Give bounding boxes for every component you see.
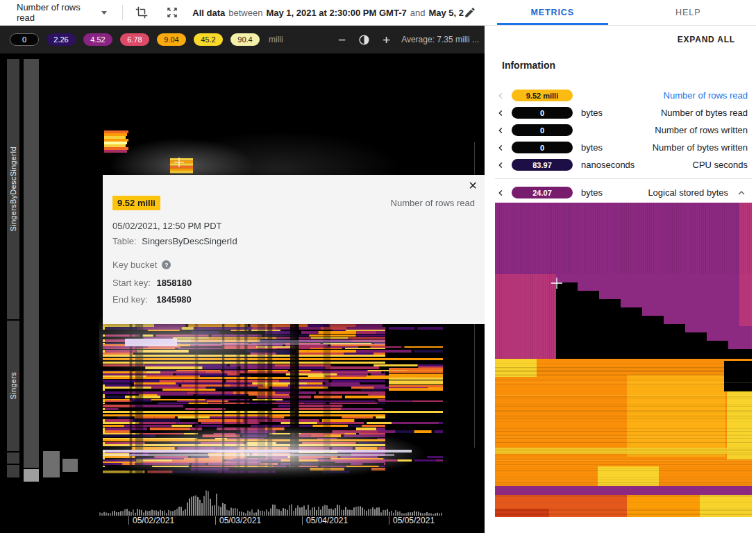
toolbar-divider bbox=[122, 5, 123, 20]
chevron-left-icon[interactable] bbox=[495, 187, 506, 198]
tab-help[interactable]: HELP bbox=[621, 0, 756, 25]
date-tick bbox=[389, 516, 389, 525]
metric-thumbnail-heatmap[interactable] bbox=[495, 203, 752, 517]
legend-swatch: 6.78 bbox=[120, 33, 149, 46]
metric-dropdown[interactable]: Number of rows read bbox=[17, 2, 107, 23]
metric-unit: bytes bbox=[581, 142, 603, 153]
metric-row-logical-stored-bytes[interactable]: 24.07 bytes Logical stored bytes bbox=[495, 184, 748, 201]
table-label-vertical: SingersByDescSingerId bbox=[9, 146, 17, 231]
chevron-left-icon[interactable] bbox=[495, 108, 506, 119]
key-bucket-bar[interactable] bbox=[24, 59, 39, 468]
top-toolbar: Number of rows read All data between May… bbox=[0, 0, 756, 26]
chevron-left-icon[interactable] bbox=[495, 90, 506, 101]
metric-value-badge: 24.07 bbox=[512, 187, 573, 198]
dropdown-caret-icon bbox=[101, 11, 107, 15]
date-label: 05/04/2021 bbox=[306, 516, 348, 525]
metric-dropdown-label: Number of rows read bbox=[17, 2, 96, 23]
chevron-left-icon[interactable] bbox=[495, 142, 506, 153]
panel-tabs: METRICS HELP bbox=[485, 0, 756, 25]
toolbar-left: Number of rows read All data between May… bbox=[0, 0, 485, 25]
tooltip-value-badge: 9.52 milli bbox=[112, 196, 160, 210]
information-heading: Information bbox=[502, 60, 555, 71]
chevron-left-icon[interactable] bbox=[495, 160, 506, 171]
end-key-label: End key: bbox=[112, 294, 148, 305]
heatmap-region: 0 2.26 4.52 6.78 9.04 45.2 90.4 milli − … bbox=[0, 26, 485, 533]
metric-row-cpu-seconds[interactable]: 83.97 nanoseconds CPU seconds bbox=[495, 156, 748, 174]
metric-row-rows-read[interactable]: 9.52 milli Number of rows read bbox=[495, 87, 748, 104]
range-between-word: between bbox=[228, 8, 262, 18]
metric-value-badge: 0 bbox=[512, 142, 573, 153]
contrast-icon[interactable] bbox=[358, 34, 370, 46]
metric-row-rows-written[interactable]: 0 Number of rows written bbox=[495, 121, 748, 139]
chevron-up-icon[interactable] bbox=[735, 187, 748, 199]
table-label-vertical: Singers bbox=[9, 372, 17, 399]
metric-value-badge: 0 bbox=[512, 107, 573, 119]
metric-label[interactable]: Number of rows written bbox=[655, 125, 748, 135]
close-icon[interactable]: ✕ bbox=[469, 179, 478, 192]
metric-unit: bytes bbox=[581, 108, 603, 118]
key-range-bar-small[interactable] bbox=[7, 465, 19, 477]
date-tick bbox=[215, 516, 216, 525]
key-bucket-row: Key bucket ? bbox=[112, 260, 171, 270]
chevron-left-icon[interactable] bbox=[495, 125, 506, 136]
date-tick bbox=[128, 516, 129, 525]
contrast-increase-button[interactable]: + bbox=[381, 33, 392, 46]
table-name: SingersByDescSingerId bbox=[142, 236, 237, 246]
date-label: 05/05/2021 bbox=[393, 516, 435, 525]
color-scale-legend: 0 2.26 4.52 6.78 9.04 45.2 90.4 milli − … bbox=[0, 26, 485, 53]
range-prefix: All data bbox=[192, 8, 225, 18]
key-range-bar-singersbydesc[interactable]: SingersByDescSingerId bbox=[7, 59, 19, 319]
tooltip-timestamp: 05/02/2021, 12:50 PM PDT bbox=[112, 221, 222, 231]
end-key-row: End key: 1845980 bbox=[112, 294, 192, 305]
metric-label[interactable]: Number of rows read bbox=[664, 90, 748, 101]
metric-value-badge: 0 bbox=[512, 124, 573, 136]
average-value: Average: 7.35 milli ... bbox=[401, 35, 479, 44]
date-label: 05/03/2021 bbox=[219, 516, 261, 525]
key-bucket-bar-highlight[interactable] bbox=[24, 469, 39, 482]
edit-range-button[interactable] bbox=[464, 6, 476, 19]
zoom-level-block[interactable] bbox=[43, 451, 60, 477]
expand-all-button[interactable]: EXPAND ALL bbox=[678, 35, 735, 44]
tooltip-table-row: Table: SingersByDescSingerId bbox=[112, 236, 237, 246]
metric-value-badge: 9.52 milli bbox=[512, 90, 573, 101]
metric-label[interactable]: CPU seconds bbox=[693, 160, 748, 170]
legend-swatch: 45.2 bbox=[194, 33, 223, 46]
range-start: May 1, 2021 at 2:30:00 PM GMT-7 bbox=[266, 8, 406, 18]
tab-metrics[interactable]: METRICS bbox=[485, 0, 621, 25]
date-tick bbox=[302, 516, 303, 525]
legend-unit: milli bbox=[269, 35, 283, 44]
legend-swatch: 0 bbox=[10, 33, 39, 46]
metric-label[interactable]: Number of bytes written bbox=[653, 142, 748, 153]
range-end: May 5, 2 bbox=[428, 8, 464, 18]
metric-label[interactable]: Logical stored bytes bbox=[648, 187, 728, 198]
legend-swatch: 4.52 bbox=[83, 33, 112, 46]
metric-label[interactable]: Number of bytes read bbox=[661, 108, 748, 118]
start-key-row: Start key: 1858180 bbox=[112, 278, 192, 288]
zoom-level-block[interactable] bbox=[62, 459, 78, 472]
key-visualizer-app: Number of rows read All data between May… bbox=[0, 0, 756, 533]
contrast-decrease-button[interactable]: − bbox=[337, 33, 347, 46]
range-and-word: and bbox=[410, 8, 426, 18]
time-range-text: All data between May 1, 2021 at 2:30:00 … bbox=[192, 8, 464, 18]
legend-swatch: 90.4 bbox=[230, 33, 260, 46]
start-key-label: Start key: bbox=[112, 278, 151, 288]
crop-button[interactable] bbox=[135, 6, 148, 19]
metric-value-badge: 83.97 bbox=[512, 159, 573, 171]
metric-unit: bytes bbox=[581, 187, 603, 198]
legend-swatch: 2.26 bbox=[47, 33, 76, 46]
key-range-bar-small[interactable] bbox=[7, 452, 19, 464]
metric-unit: nanoseconds bbox=[581, 160, 635, 170]
legend-swatch: 9.04 bbox=[157, 33, 186, 46]
tooltip-metric-name: Number of rows read bbox=[391, 198, 475, 208]
expand-view-button[interactable] bbox=[166, 6, 178, 19]
end-key-value: 1845980 bbox=[156, 294, 192, 305]
metric-row-bytes-read[interactable]: 0 bytes Number of bytes read bbox=[495, 104, 748, 121]
timeline-density-sparkline[interactable] bbox=[99, 485, 443, 516]
help-icon[interactable]: ? bbox=[162, 260, 171, 269]
tooltip-value-row: 9.52 milli Number of rows read bbox=[112, 196, 475, 210]
date-label: 05/02/2021 bbox=[133, 516, 174, 525]
table-label: Table: bbox=[112, 236, 137, 246]
key-range-bar-singers[interactable]: Singers bbox=[7, 321, 19, 451]
metric-row-bytes-written[interactable]: 0 bytes Number of bytes written bbox=[495, 139, 748, 156]
divider bbox=[495, 178, 752, 179]
